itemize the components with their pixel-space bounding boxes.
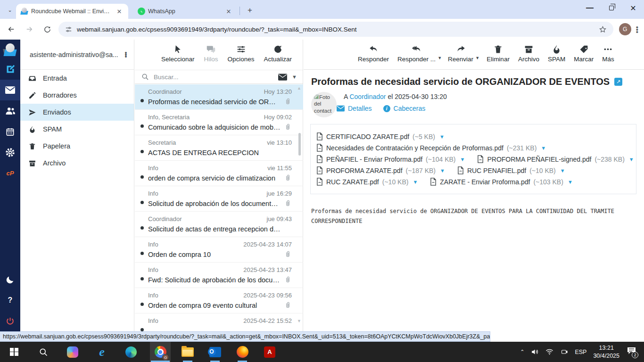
open-in-new-window-icon[interactable]: ↗ xyxy=(614,78,622,86)
internet-explorer-icon[interactable]: e xyxy=(91,342,112,362)
headers-link[interactable]: i Cabeceras xyxy=(383,105,426,112)
outlook-icon[interactable] xyxy=(205,342,225,362)
attachment-item[interactable]: RUC PENAFIEL.pdf (~10 KB) ▼ xyxy=(457,166,565,174)
tray-expand-icon[interactable]: ⌃ xyxy=(520,349,524,355)
attachment-dropdown-icon[interactable]: ▼ xyxy=(541,145,546,151)
dark-mode-button[interactable] xyxy=(0,269,20,290)
attachment-item[interactable]: RUC ZARATE.pdf (~10 KB) ▼ xyxy=(316,178,418,186)
message-row[interactable]: Info 2025-04-23 09:56 Orden de compra 09… xyxy=(135,288,303,313)
folder-item[interactable]: Entrada xyxy=(20,70,134,87)
forward-button[interactable]: Reenviar ▼ xyxy=(445,44,477,63)
reply-all-button[interactable]: Responder ... ▼ xyxy=(394,44,439,63)
search-bar[interactable]: Buscar... ▼ xyxy=(135,70,303,84)
browser-menu-icon[interactable]: ••• xyxy=(636,26,638,33)
wifi-icon[interactable] xyxy=(545,348,553,356)
acrobat-icon[interactable]: A xyxy=(259,342,280,362)
details-link[interactable]: Detalles xyxy=(337,105,372,112)
back-button[interactable] xyxy=(5,23,18,36)
delete-button[interactable]: Eliminar xyxy=(483,44,513,63)
folder-item[interactable]: Enviados xyxy=(20,104,134,121)
search-options-chevron-icon[interactable]: ▼ xyxy=(292,74,297,80)
help-button[interactable]: ? xyxy=(0,290,20,311)
attachment-dropdown-icon[interactable]: ▼ xyxy=(440,168,445,173)
tab-whatsapp[interactable]: WhatsApp ✕ xyxy=(133,4,238,19)
copilot-icon[interactable] xyxy=(62,342,83,362)
language-indicator[interactable]: ESP xyxy=(575,349,586,355)
tab-search-chevron-icon[interactable]: ⌄ xyxy=(4,5,16,15)
recipient-link[interactable]: Coordinador xyxy=(349,93,386,100)
list-scroll-up-icon[interactable]: ▲ xyxy=(297,86,301,90)
chrome-icon[interactable]: G xyxy=(150,342,171,362)
volume-icon[interactable] xyxy=(531,348,539,356)
tab-close-icon[interactable]: ✕ xyxy=(224,7,233,16)
start-button[interactable] xyxy=(4,342,25,362)
notification-center-icon[interactable]: 2 xyxy=(626,347,637,357)
compose-button[interactable] xyxy=(0,59,20,80)
message-row[interactable]: Info 2025-04-23 14:07 Orden de compra 10 xyxy=(135,237,303,263)
message-row[interactable]: Coordinador Hoy 13:20 Proformas de neces… xyxy=(135,84,303,110)
message-row[interactable]: Info 2025-04-23 13:47 Fwd: Solicitud de … xyxy=(135,263,303,288)
bookmark-star-icon[interactable] xyxy=(599,25,607,33)
folder-item[interactable]: Archivo xyxy=(20,155,134,172)
attachment-item[interactable]: Necesidades de Contratación y Recepción … xyxy=(316,144,546,152)
cpanel-link[interactable]: cP xyxy=(0,163,20,183)
attachment-dropdown-icon[interactable]: ▼ xyxy=(460,156,465,162)
logout-button[interactable] xyxy=(0,311,20,331)
attachment-dropdown-icon[interactable]: ▼ xyxy=(439,134,445,140)
forward-dropdown-icon[interactable]: ▼ xyxy=(475,56,479,60)
edge-icon[interactable] xyxy=(121,342,141,362)
taskbar-search-icon[interactable] xyxy=(33,342,54,362)
file-explorer-icon[interactable] xyxy=(177,342,198,362)
contacts-nav-button[interactable] xyxy=(0,100,20,121)
attachment-item[interactable]: PROFORMA ZARATE.pdf (~187 KB) ▼ xyxy=(316,166,445,174)
clock[interactable]: 13:2130/4/2025 xyxy=(593,344,619,360)
address-bar[interactable]: webmail.sanjuan.gob.ec/cpsess9093691949/… xyxy=(58,22,613,37)
more-button[interactable]: Más xyxy=(599,44,618,63)
attachment-dropdown-icon[interactable]: ▼ xyxy=(629,156,634,162)
attachment-item[interactable]: PEÑAFIEL - Enviar Proforma.pdf (~104 KB)… xyxy=(316,155,465,163)
url-text[interactable]: webmail.sanjuan.gob.ec/cpsess9093691949/… xyxy=(77,26,357,33)
forward-button[interactable] xyxy=(23,23,36,36)
calendar-nav-button[interactable] xyxy=(0,121,20,142)
folder-item[interactable]: Borradores xyxy=(20,87,134,104)
message-row[interactable]: Info, Secretaria Hoy 09:02 Comunicado so… xyxy=(135,110,303,135)
profile-avatar[interactable]: G xyxy=(619,23,631,35)
window-restore-button[interactable] xyxy=(601,0,622,16)
settings-nav-button[interactable] xyxy=(0,142,20,163)
attachment-dropdown-icon[interactable]: ▼ xyxy=(413,179,418,185)
attachment-item[interactable]: CERTIFICADO ZARATE.pdf (~5 KB) ▼ xyxy=(316,132,445,140)
window-minimize-button[interactable]: — xyxy=(579,0,601,16)
spam-button[interactable]: SPAM xyxy=(545,44,569,63)
refresh-button[interactable]: Actualizar xyxy=(261,44,295,63)
list-scroll-down-icon[interactable]: ▼ xyxy=(297,319,301,323)
message-row[interactable]: Coordinador jue 09:43 Solicitud de actas… xyxy=(135,212,303,237)
window-close-button[interactable]: ✕ xyxy=(622,0,644,16)
message-row[interactable]: Info 2025-04-22 15:52 xyxy=(135,313,303,331)
reply-all-dropdown-icon[interactable]: ▼ xyxy=(438,56,442,60)
tab-close-icon[interactable]: ✕ xyxy=(115,7,124,16)
message-row[interactable]: Info vie 11:55 orden de compra servicio … xyxy=(135,161,303,186)
search-scope-mail-icon[interactable] xyxy=(278,74,287,81)
options-button[interactable]: Opciones xyxy=(225,44,257,63)
site-settings-icon[interactable] xyxy=(65,26,72,33)
reply-button[interactable]: Responder xyxy=(355,44,392,63)
tab-roundcube[interactable]: Roundcube Webmail :: Enviados ✕ xyxy=(16,4,128,19)
attachment-item[interactable]: ZARATE - Enviar Proforma.pdf (~103 KB) ▼ xyxy=(430,178,572,186)
folder-item[interactable]: Papelera xyxy=(20,138,134,155)
reload-button[interactable] xyxy=(41,23,54,36)
search-input[interactable]: Buscar... xyxy=(154,74,273,81)
message-row[interactable]: Secretaria vie 13:10 ACTAS DE ENTREGA RE… xyxy=(135,135,303,161)
list-scrollbar-thumb[interactable] xyxy=(298,133,301,156)
folder-item[interactable]: SPAM xyxy=(20,121,134,138)
attachment-dropdown-icon[interactable]: ▼ xyxy=(560,168,565,173)
mark-button[interactable]: Marcar xyxy=(570,44,597,63)
account-menu-icon[interactable]: ••• xyxy=(123,52,129,58)
attachment-item[interactable]: PROFORMA PEÑAFIEL-signed.pdf (~238 KB) ▼ xyxy=(477,155,634,163)
threads-button[interactable]: Hilos xyxy=(201,44,221,63)
mail-nav-button[interactable] xyxy=(0,80,20,100)
new-tab-button[interactable]: + xyxy=(244,5,256,16)
meet-now-icon[interactable] xyxy=(560,348,568,356)
archive-button[interactable]: Archivo xyxy=(515,44,543,63)
attachment-dropdown-icon[interactable]: ▼ xyxy=(568,179,573,185)
firefox-icon[interactable] xyxy=(232,342,253,362)
